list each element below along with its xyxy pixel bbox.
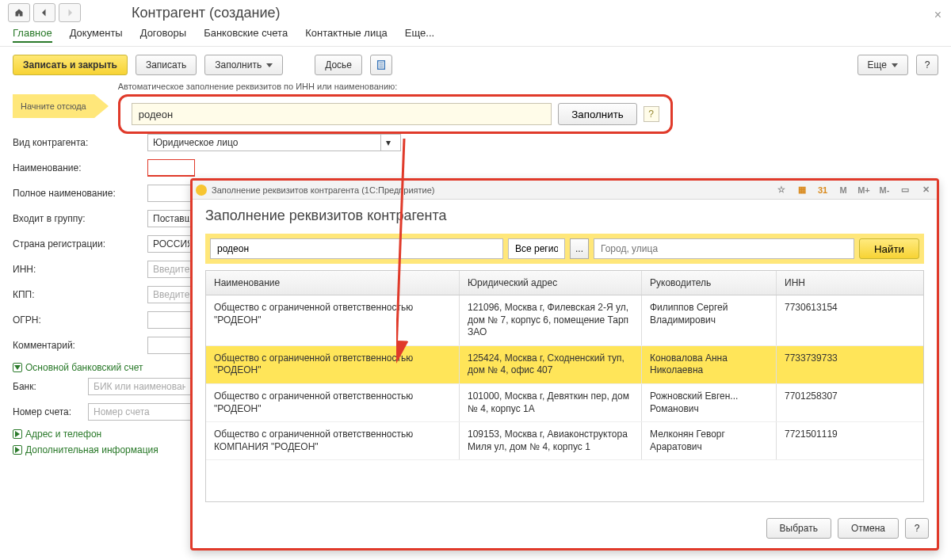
cell-inn: 7730613154 [777,295,923,345]
modal-close-icon[interactable]: ✕ [918,183,934,197]
tab-bank[interactable]: Банковские счета [204,27,288,43]
cell-head: Коновалова Анна Николаевна [642,346,777,383]
inn-fill-row: Заполнить ? [118,94,673,134]
caret-down-icon [266,63,273,67]
modal-minimize-icon[interactable]: ▭ [897,183,913,197]
type-select[interactable]: Юридическое лицо▾ [147,134,401,151]
modal-window-title: Заполнение реквизитов контрагента (1С:Пр… [212,185,434,195]
table-row[interactable]: Общество с ограниченной ответственностью… [206,346,923,384]
modal-favorite-icon[interactable]: ☆ [773,183,789,197]
tab-contracts[interactable]: Договоры [140,27,186,43]
inn-fill-title: Автоматическое заполнение реквизитов по … [118,82,938,91]
inn-label: ИНН: [13,264,147,275]
col-name[interactable]: Наименование [206,271,460,295]
app-1c-icon [196,185,207,196]
modal-mminus-button[interactable]: M- [877,183,892,197]
cell-inn: 7701258307 [777,384,923,421]
comment-input[interactable] [147,337,195,354]
fill-modal: Заполнение реквизитов контрагента (1С:Пр… [190,178,939,550]
acct-label: Номер счета: [13,406,88,417]
modal-region-select[interactable] [508,238,565,259]
cell-name: Общество с ограниченной ответственностью… [206,384,460,421]
col-addr[interactable]: Юридический адрес [460,271,642,295]
modal-m-button[interactable]: M [835,183,851,197]
inn-fill-input[interactable] [132,103,552,125]
col-head[interactable]: Руководитель [642,271,777,295]
tab-more[interactable]: Еще... [405,27,434,43]
country-input[interactable] [147,235,195,253]
help-button[interactable]: ? [916,55,938,75]
cell-name: Общество с ограниченной ответственностью… [206,346,460,383]
forward-button[interactable] [59,3,81,22]
more-dropdown[interactable]: Еще [857,55,908,75]
page-title: Контрагент (создание) [132,5,280,21]
cell-head: Рожновский Евген... Романович [642,384,777,421]
group-label: Входит в группу: [13,213,147,224]
home-button[interactable] [8,3,30,22]
cell-addr: 109153, Москва г, Авиаконструктора Миля … [460,422,642,459]
save-button[interactable]: Записать [136,55,197,75]
tab-main[interactable]: Главное [13,27,52,43]
cell-name: Общество с ограниченной ответственностью… [206,295,460,345]
modal-mplus-button[interactable]: M+ [856,183,872,197]
fullname-label: Полное наименование: [13,188,147,199]
kpp-label: КПП: [13,289,147,300]
modal-region-more-button[interactable]: ... [570,238,589,259]
comment-label: Комментарий: [13,340,147,351]
inn-fill-help[interactable]: ? [644,106,659,122]
ogrn-input[interactable] [147,311,195,329]
modal-city-input[interactable] [594,238,854,259]
kpp-input[interactable] [147,286,195,303]
table-row[interactable]: Общество с ограниченной ответственностью… [206,384,923,422]
modal-find-button[interactable]: Найти [859,238,919,259]
report-icon-button[interactable] [370,55,392,75]
name-label: Наименование: [13,162,147,173]
cell-head: Мелконян Геворг Араратович [642,422,777,459]
close-icon[interactable]: × [934,8,941,22]
cell-name: Общество с ограниченной ответственностью… [206,422,460,459]
fill-dropdown[interactable]: Заполнить [204,55,283,75]
acct-input[interactable] [88,403,191,421]
caret-down-icon [892,63,898,67]
modal-search-input[interactable] [210,238,503,259]
inn-fill-button[interactable]: Заполнить [558,103,636,125]
group-input[interactable] [147,210,195,227]
modal-help-button[interactable]: ? [905,518,929,539]
name-input[interactable] [147,159,195,177]
modal-heading: Заполнение реквизитов контрагента [205,208,924,224]
table-row[interactable]: Общество с ограниченной ответственностью… [206,295,923,346]
back-button[interactable] [33,3,55,22]
dossier-button[interactable]: Досье [315,55,362,75]
type-label: Вид контрагента: [13,137,147,148]
modal-cancel-button[interactable]: Отмена [838,518,899,539]
tab-contacts[interactable]: Контактные лица [305,27,388,43]
table-row[interactable]: Общество с ограниченной ответственностью… [206,422,923,460]
inn-input[interactable] [147,261,195,278]
bank-label: Банк: [13,381,88,392]
bank-input[interactable] [88,378,191,395]
col-inn[interactable]: ИНН [777,271,923,295]
fullname-input[interactable] [147,185,195,202]
ogrn-label: ОГРН: [13,314,147,326]
save-close-button[interactable]: Записать и закрыть [13,55,128,75]
cell-inn: 7721501119 [777,422,923,459]
cell-addr: 101000, Москва г, Девяткин пер, дом № 4,… [460,384,642,421]
modal-choose-button[interactable]: Выбрать [766,518,831,539]
cell-head: Филиппов Сергей Владимирович [642,295,777,345]
country-label: Страна регистрации: [13,238,147,250]
cell-addr: 125424, Москва г, Сходненский туп, дом №… [460,346,642,383]
caret-down-icon: ▾ [380,135,395,150]
start-here-label: Начните отсюда [13,94,94,118]
cell-addr: 121096, Москва г, Филевская 2-Я ул, дом … [460,295,642,345]
modal-calendar-icon[interactable]: 31 [815,183,831,197]
modal-calc-icon[interactable]: ▦ [794,183,810,197]
tab-docs[interactable]: Документы [70,27,123,43]
cell-inn: 7733739733 [777,346,923,383]
